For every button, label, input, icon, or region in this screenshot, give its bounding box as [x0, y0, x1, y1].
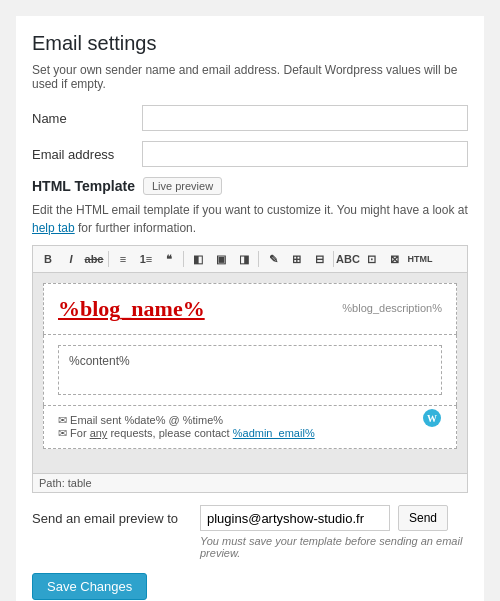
name-input[interactable] [142, 105, 468, 131]
footer-line1: ✉ Email sent %date% @ %time% [58, 414, 442, 427]
send-preview-label: Send an email preview to [32, 511, 192, 526]
page-title: Email settings [32, 32, 468, 55]
ordered-list-button[interactable]: 1≡ [135, 249, 157, 269]
footer-text-mid: requests, please contact [107, 427, 232, 439]
html-template-title: HTML Template [32, 178, 135, 194]
email-footer-cell: ✉ Email sent %date% @ %time% ✉ For any r… [44, 406, 457, 449]
email-content-cell: %content% [44, 335, 457, 406]
image-button[interactable]: ⊞ [285, 249, 307, 269]
editor-wrap: B I abc ≡ 1≡ ❝ ◧ ▣ ◨ ✎ ⊞ ⊟ ABC ⊡ ⊠ HTML [32, 245, 468, 493]
path-value: table [68, 477, 92, 489]
preview-note: You must save your template before sendi… [200, 535, 468, 559]
live-preview-button[interactable]: Live preview [143, 177, 222, 195]
blog-description: %blog_description% [342, 302, 442, 314]
email-input[interactable] [142, 141, 468, 167]
link-button[interactable]: ✎ [262, 249, 284, 269]
blockquote-button[interactable]: ❝ [158, 249, 180, 269]
toolbar-sep-4 [333, 251, 334, 267]
table-button[interactable]: ⊡ [360, 249, 382, 269]
unordered-list-button[interactable]: ≡ [112, 249, 134, 269]
wp-logo: W [422, 408, 442, 428]
help-tab-link[interactable]: help tab [32, 221, 75, 235]
table-props-button[interactable]: ⊠ [383, 249, 405, 269]
email-label: Email address [32, 147, 142, 162]
editor-toolbar: B I abc ≡ 1≡ ❝ ◧ ▣ ◨ ✎ ⊞ ⊟ ABC ⊡ ⊠ HTML [33, 246, 467, 273]
save-changes-button[interactable]: Save Changes [32, 573, 147, 600]
footer-line2: ✉ For any requests, please contact %admi… [58, 427, 442, 440]
toolbar-sep-2 [183, 251, 184, 267]
content-box: %content% [58, 345, 442, 395]
path-label: Path: [39, 477, 65, 489]
path-bar: Path: table [33, 473, 467, 492]
bold-button[interactable]: B [37, 249, 59, 269]
preview-email-input[interactable] [200, 505, 390, 531]
toolbar-sep-1 [108, 251, 109, 267]
toolbar-sep-3 [258, 251, 259, 267]
name-label: Name [32, 111, 142, 126]
strikethrough-button[interactable]: abc [83, 249, 105, 269]
align-center-button[interactable]: ▣ [210, 249, 232, 269]
html-source-button[interactable]: HTML [406, 249, 434, 269]
send-button[interactable]: Send [398, 505, 448, 531]
preview-section: Send an email preview to Send [32, 505, 468, 531]
content-placeholder: %content% [69, 354, 130, 368]
spellcheck-button[interactable]: ABC [337, 249, 359, 269]
svg-text:W: W [427, 413, 437, 424]
email-header-cell: %blog_name% %blog_description% [44, 284, 457, 335]
email-preview-table: %blog_name% %blog_description% %content%… [43, 283, 457, 449]
footer-any: any [90, 427, 108, 439]
page-description: Set your own sender name and email addre… [32, 63, 468, 91]
italic-button[interactable]: I [60, 249, 82, 269]
unlink-button[interactable]: ⊟ [308, 249, 330, 269]
footer-text-before: ✉ For [58, 427, 90, 439]
footer-admin-email[interactable]: %admin_email% [233, 427, 315, 439]
blog-name: %blog_name% [58, 296, 205, 321]
align-right-button[interactable]: ◨ [233, 249, 255, 269]
align-left-button[interactable]: ◧ [187, 249, 209, 269]
template-description: Edit the HTML email template if you want… [32, 201, 468, 237]
editor-body[interactable]: %blog_name% %blog_description% %content%… [33, 273, 467, 473]
